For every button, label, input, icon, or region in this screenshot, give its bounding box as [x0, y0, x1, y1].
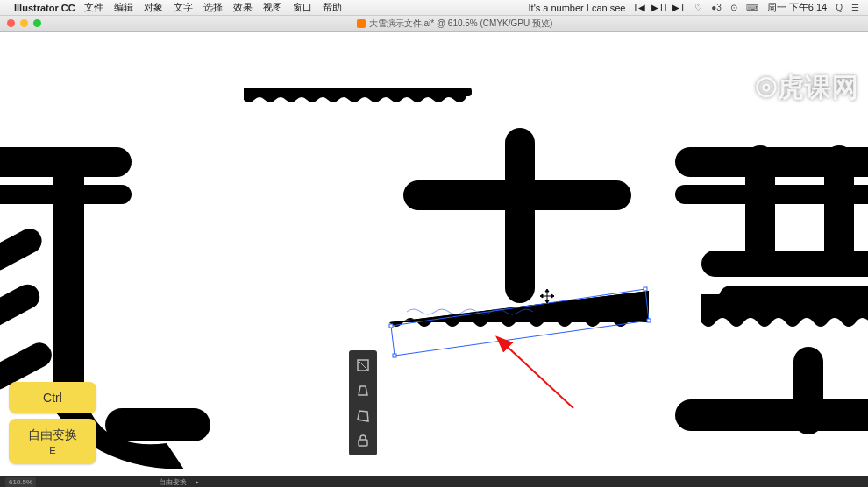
maximize-window-button[interactable] [33, 19, 41, 27]
ai-file-icon [357, 19, 366, 28]
mac-menubar: Illustrator CC 文件 编辑 对象 文字 选择 效果 视图 窗口 帮… [0, 0, 868, 16]
document-title: 大雪演示文件.ai* @ 610.5% (CMYK/GPU 预览) [357, 18, 553, 30]
svg-rect-25 [701, 251, 868, 277]
menu-select[interactable]: 选择 [203, 1, 223, 14]
menu-extras-icon[interactable]: ☰ [851, 3, 859, 12]
svg-marker-33 [359, 386, 367, 395]
svg-rect-12 [644, 287, 647, 291]
svg-rect-3 [53, 147, 84, 410]
svg-rect-35 [359, 440, 367, 446]
key-hint-free-transform-label: 自由变换 [14, 427, 91, 443]
menu-window[interactable]: 窗口 [293, 1, 312, 14]
wifi-icon[interactable]: ⊙ [730, 3, 737, 12]
zoom-level[interactable]: 610.5% [5, 477, 36, 487]
svg-line-32 [358, 360, 368, 371]
svg-line-30 [498, 338, 573, 408]
constrain-icon[interactable] [353, 432, 373, 450]
key-hint-ctrl-label: Ctrl [14, 391, 91, 405]
menu-type[interactable]: 文字 [174, 1, 193, 14]
svg-marker-34 [358, 411, 368, 421]
canvas[interactable]: ⦾虎课网 [0, 32, 868, 476]
app-name[interactable]: Illustrator CC [14, 3, 75, 13]
minimize-window-button[interactable] [20, 19, 28, 27]
battery-icon: ●3 [711, 3, 722, 12]
close-window-button[interactable] [7, 19, 15, 27]
annotation-arrow [486, 329, 591, 426]
svg-rect-11 [389, 324, 393, 328]
svg-rect-7 [105, 408, 210, 441]
key-hint-ctrl: Ctrl [9, 382, 96, 413]
svg-rect-14 [393, 354, 396, 357]
status-tool-name: 自由变换 [159, 477, 187, 487]
menu-object[interactable]: 对象 [144, 1, 163, 14]
svg-rect-28 [793, 347, 823, 434]
media-controls[interactable]: I◀ ▶II ▶I [634, 3, 686, 12]
menu-effect[interactable]: 效果 [233, 1, 253, 14]
status-bar: 610.5% 自由变换 ▸ [0, 476, 868, 487]
svg-rect-4 [0, 224, 46, 275]
svg-rect-24 [824, 145, 854, 268]
svg-marker-17 [545, 289, 549, 292]
perspective-distort-icon[interactable] [353, 381, 373, 399]
key-hint-free-transform-key: E [14, 445, 91, 455]
menu-help[interactable]: 帮助 [323, 1, 342, 14]
now-playing: It's a number I can see [529, 3, 626, 13]
svg-rect-13 [647, 319, 651, 322]
svg-rect-5 [0, 280, 44, 333]
menubar-right: It's a number I can see I◀ ▶II ▶I ♡ ●3 ⊙… [529, 1, 868, 14]
svg-marker-19 [540, 294, 543, 298]
svg-marker-20 [551, 294, 554, 298]
menu-edit[interactable]: 编辑 [114, 1, 133, 14]
keyboard-icon[interactable]: ⌨ [746, 3, 758, 12]
free-distort-icon[interactable] [353, 406, 373, 425]
free-transform-icon[interactable] [353, 356, 373, 374]
key-hint-free-transform: 自由变换 E [9, 419, 96, 464]
document-titlebar: 大雪演示文件.ai* @ 610.5% (CMYK/GPU 预览) [0, 16, 868, 32]
spotlight-icon[interactable]: Q [836, 3, 843, 12]
svg-rect-9 [505, 128, 535, 303]
keyboard-hints: Ctrl 自由变换 E [9, 382, 96, 464]
clock[interactable]: 周一 下午6:14 [767, 1, 827, 14]
status-chevron-icon[interactable]: ▸ [196, 478, 199, 486]
menu-file[interactable]: 文件 [84, 1, 103, 14]
svg-rect-23 [745, 145, 775, 268]
free-transform-tool-panel[interactable] [349, 350, 377, 455]
heart-icon[interactable]: ♡ [694, 3, 702, 12]
document-title-text: 大雪演示文件.ai* @ 610.5% (CMYK/GPU 预览) [369, 18, 553, 30]
menu-view[interactable]: 视图 [263, 1, 282, 14]
artwork [0, 32, 868, 476]
window-controls [7, 19, 41, 27]
watermark: ⦾虎课网 [756, 70, 859, 106]
svg-rect-27 [675, 399, 868, 431]
